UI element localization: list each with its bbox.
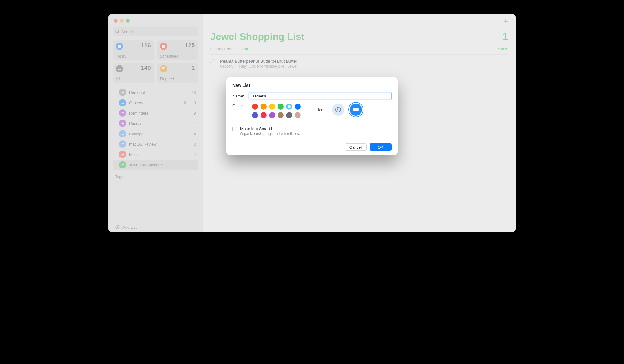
list-count: 1	[502, 30, 508, 42]
sidebar-list-item[interactable]: Reminders9	[113, 108, 198, 118]
name-row: Name:	[232, 93, 392, 99]
sidebar-list-item[interactable]: macOS Review2	[113, 139, 198, 149]
smart-list-desc: Organize using tags and other filters.	[240, 132, 300, 136]
stat-today[interactable]: 116 Today	[113, 40, 154, 60]
svg-rect-6	[122, 92, 123, 92]
add-list-button[interactable]: Add List	[112, 222, 200, 232]
color-swatch[interactable]	[261, 104, 267, 110]
lists-section: Personal18Grocery9Reminders9Podcasts21Ca…	[112, 87, 200, 170]
color-swatch[interactable]	[269, 112, 275, 118]
stat-flagged[interactable]: 1 Flagged	[157, 63, 199, 83]
sidebar-list-item[interactable]: Personal18	[113, 87, 198, 97]
list-label: macOS Review	[129, 142, 189, 147]
svg-rect-1	[162, 45, 165, 48]
svg-rect-18	[122, 112, 123, 112]
color-icon-row: Color: Icon:	[232, 104, 392, 119]
color-swatch[interactable]	[295, 104, 301, 110]
sidebar-list-item[interactable]: Calliope4	[113, 129, 198, 139]
complete-toggle[interactable]	[210, 59, 216, 65]
sidebar-list-item[interactable]: Jewel Shopping List1	[113, 160, 198, 170]
stat-scheduled[interactable]: 125 Scheduled	[157, 40, 199, 60]
list-label: Calliope	[129, 132, 189, 136]
svg-rect-38	[122, 145, 123, 145]
color-picker-section: Color:	[232, 104, 301, 118]
reminder-item[interactable]: Peanut Butterpeanut Butterpeanut Butter …	[210, 58, 508, 70]
search-input[interactable]	[113, 27, 198, 36]
smart-list-checkbox[interactable]	[232, 127, 237, 131]
ok-button[interactable]: OK	[370, 143, 392, 151]
color-swatch[interactable]	[269, 104, 275, 110]
stat-label: Flagged	[160, 76, 196, 81]
credit-card-icon	[353, 106, 359, 113]
svg-point-14	[184, 101, 186, 103]
color-swatch[interactable]	[286, 112, 292, 118]
list-bullet-icon	[119, 109, 126, 117]
search-icon	[115, 29, 120, 34]
svg-rect-5	[122, 91, 123, 92]
color-swatch[interactable]	[295, 112, 301, 118]
window-controls	[114, 19, 130, 23]
name-label: Name:	[232, 94, 249, 98]
color-swatch[interactable]	[278, 112, 284, 118]
svg-rect-36	[122, 143, 123, 143]
emoji-icon-option[interactable]	[332, 104, 344, 116]
svg-point-41	[121, 155, 122, 155]
svg-rect-24	[122, 122, 123, 123]
list-count: 4	[192, 132, 196, 136]
new-reminder-button[interactable]	[503, 18, 509, 26]
svg-point-40	[121, 154, 122, 154]
svg-rect-44	[122, 155, 123, 155]
svg-rect-20	[122, 114, 123, 114]
cart-icon	[119, 161, 126, 168]
stat-all[interactable]: 140 All	[113, 63, 154, 83]
color-swatch[interactable]	[278, 104, 284, 110]
list-count: 9	[192, 101, 196, 105]
flag-icon	[160, 65, 167, 72]
sidebar-list-item[interactable]: Podcasts21	[113, 118, 198, 129]
reminder-meta: Grocery · Today, 1:00 PM #Inside-joke #J…	[220, 64, 297, 69]
completed-text: 0 Completed	[210, 47, 234, 51]
svg-rect-52	[353, 109, 359, 109]
stat-label: Today	[116, 54, 151, 58]
stat-label: Scheduled	[160, 54, 196, 58]
stat-count: 1	[191, 65, 195, 71]
sidebar-list-item[interactable]: Mela4	[113, 149, 198, 160]
reminders-list: Peanut Butterpeanut Butterpeanut Butter …	[210, 54, 508, 70]
completed-row: 0 Completed • Clear Show	[210, 47, 508, 51]
card-icon-option[interactable]	[350, 104, 362, 116]
svg-point-35	[121, 144, 122, 145]
close-window-button[interactable]	[114, 19, 118, 23]
color-swatch[interactable]	[286, 104, 292, 110]
svg-rect-26	[122, 124, 123, 124]
color-swatch[interactable]	[252, 104, 258, 110]
smart-list-title: Make into Smart List	[240, 126, 300, 131]
svg-point-21	[121, 122, 122, 123]
icon-label: Icon:	[318, 108, 327, 112]
sidebar-list-item[interactable]: Grocery9	[113, 97, 198, 108]
svg-point-2	[121, 91, 122, 92]
calendar-today-icon	[116, 43, 123, 50]
show-completed-button[interactable]: Show	[498, 47, 508, 51]
minimize-window-button[interactable]	[120, 19, 124, 23]
color-swatch[interactable]	[252, 112, 258, 118]
svg-rect-32	[122, 134, 123, 135]
stat-count: 140	[141, 65, 151, 71]
svg-point-8	[121, 102, 122, 102]
list-name-input[interactable]	[249, 93, 392, 99]
shared-icon	[183, 100, 187, 105]
svg-rect-11	[122, 102, 123, 102]
list-bullet-icon	[119, 99, 126, 106]
svg-point-39	[121, 154, 122, 154]
svg-rect-13	[122, 103, 123, 104]
list-label: Mela	[129, 152, 189, 157]
svg-rect-12	[122, 102, 123, 103]
new-list-sheet: New List Name: Color: Icon:	[226, 77, 398, 155]
color-label: Color:	[232, 104, 249, 108]
cancel-button[interactable]: Cancel	[345, 143, 367, 151]
list-count: 4	[192, 152, 196, 157]
list-bullet-icon	[119, 89, 126, 96]
color-swatch[interactable]	[261, 112, 267, 118]
list-bullet-icon	[119, 130, 126, 137]
maximize-window-button[interactable]	[126, 19, 130, 23]
clear-completed-button[interactable]: Clear	[239, 47, 248, 51]
